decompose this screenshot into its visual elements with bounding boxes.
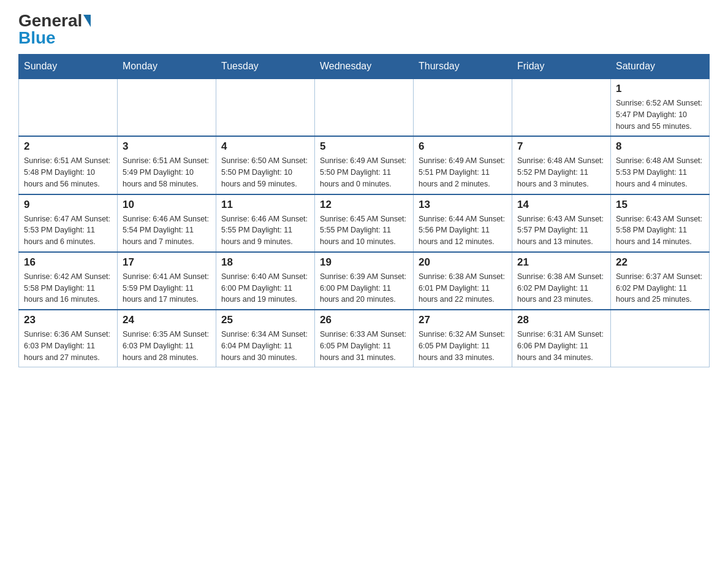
day-of-week-header: Tuesday <box>216 55 315 79</box>
calendar-cell: 12Sunrise: 6:45 AM Sunset: 5:55 PM Dayli… <box>315 194 414 252</box>
logo: General Blue <box>18 12 92 48</box>
calendar-cell: 1Sunrise: 6:52 AM Sunset: 5:47 PM Daylig… <box>611 79 710 136</box>
calendar-header-row: SundayMondayTuesdayWednesdayThursdayFrid… <box>19 55 710 79</box>
day-number: 21 <box>517 256 605 269</box>
calendar-cell: 28Sunrise: 6:31 AM Sunset: 6:06 PM Dayli… <box>512 310 611 367</box>
calendar-cell: 23Sunrise: 6:36 AM Sunset: 6:03 PM Dayli… <box>19 310 118 367</box>
day-info: Sunrise: 6:51 AM Sunset: 5:48 PM Dayligh… <box>24 155 112 190</box>
day-info: Sunrise: 6:48 AM Sunset: 5:53 PM Dayligh… <box>616 155 704 190</box>
day-info: Sunrise: 6:41 AM Sunset: 5:59 PM Dayligh… <box>123 271 211 305</box>
calendar-cell: 10Sunrise: 6:46 AM Sunset: 5:54 PM Dayli… <box>118 194 216 252</box>
day-info: Sunrise: 6:46 AM Sunset: 5:54 PM Dayligh… <box>123 213 211 248</box>
calendar-table: SundayMondayTuesdayWednesdayThursdayFrid… <box>18 54 710 367</box>
calendar-cell: 13Sunrise: 6:44 AM Sunset: 5:56 PM Dayli… <box>414 194 512 252</box>
day-number: 28 <box>517 314 605 326</box>
calendar-cell: 20Sunrise: 6:38 AM Sunset: 6:01 PM Dayli… <box>414 252 512 310</box>
day-number: 8 <box>616 140 704 153</box>
day-info: Sunrise: 6:36 AM Sunset: 6:03 PM Dayligh… <box>24 329 112 363</box>
day-info: Sunrise: 6:46 AM Sunset: 5:55 PM Dayligh… <box>221 213 309 248</box>
day-number: 9 <box>24 199 112 211</box>
day-of-week-header: Thursday <box>414 55 512 79</box>
day-info: Sunrise: 6:49 AM Sunset: 5:51 PM Dayligh… <box>419 155 507 190</box>
day-number: 11 <box>221 199 309 211</box>
day-number: 3 <box>123 140 211 153</box>
calendar-cell: 21Sunrise: 6:38 AM Sunset: 6:02 PM Dayli… <box>512 252 611 310</box>
day-number: 13 <box>419 199 507 211</box>
day-number: 25 <box>221 314 309 326</box>
day-info: Sunrise: 6:32 AM Sunset: 6:05 PM Dayligh… <box>419 329 507 363</box>
day-info: Sunrise: 6:31 AM Sunset: 6:06 PM Dayligh… <box>517 329 605 363</box>
day-info: Sunrise: 6:44 AM Sunset: 5:56 PM Dayligh… <box>419 213 507 248</box>
day-number: 26 <box>320 314 408 326</box>
day-number: 27 <box>419 314 507 326</box>
day-number: 1 <box>616 83 704 95</box>
calendar-cell: 26Sunrise: 6:33 AM Sunset: 6:05 PM Dayli… <box>315 310 414 367</box>
day-number: 22 <box>616 256 704 269</box>
calendar-cell: 11Sunrise: 6:46 AM Sunset: 5:55 PM Dayli… <box>216 194 315 252</box>
day-of-week-header: Wednesday <box>315 55 414 79</box>
day-info: Sunrise: 6:43 AM Sunset: 5:58 PM Dayligh… <box>616 213 704 248</box>
logo-general-text: General <box>18 12 82 29</box>
calendar-week-row: 16Sunrise: 6:42 AM Sunset: 5:58 PM Dayli… <box>19 252 710 310</box>
calendar-cell: 5Sunrise: 6:49 AM Sunset: 5:50 PM Daylig… <box>315 136 414 194</box>
day-info: Sunrise: 6:39 AM Sunset: 6:00 PM Dayligh… <box>320 271 408 305</box>
calendar-cell: 9Sunrise: 6:47 AM Sunset: 5:53 PM Daylig… <box>19 194 118 252</box>
day-info: Sunrise: 6:50 AM Sunset: 5:50 PM Dayligh… <box>221 155 309 190</box>
day-number: 17 <box>123 256 211 269</box>
logo-blue-text: Blue <box>18 28 56 47</box>
calendar-week-row: 9Sunrise: 6:47 AM Sunset: 5:53 PM Daylig… <box>19 194 710 252</box>
day-info: Sunrise: 6:51 AM Sunset: 5:49 PM Dayligh… <box>123 155 211 190</box>
day-number: 12 <box>320 199 408 211</box>
day-info: Sunrise: 6:49 AM Sunset: 5:50 PM Dayligh… <box>320 155 408 190</box>
calendar-cell: 18Sunrise: 6:40 AM Sunset: 6:00 PM Dayli… <box>216 252 315 310</box>
day-info: Sunrise: 6:33 AM Sunset: 6:05 PM Dayligh… <box>320 329 408 363</box>
calendar-cell: 14Sunrise: 6:43 AM Sunset: 5:57 PM Dayli… <box>512 194 611 252</box>
calendar-cell <box>611 310 710 367</box>
calendar-cell: 17Sunrise: 6:41 AM Sunset: 5:59 PM Dayli… <box>118 252 216 310</box>
calendar-cell: 27Sunrise: 6:32 AM Sunset: 6:05 PM Dayli… <box>414 310 512 367</box>
day-info: Sunrise: 6:40 AM Sunset: 6:00 PM Dayligh… <box>221 271 309 305</box>
calendar-cell <box>118 79 216 136</box>
calendar-cell: 7Sunrise: 6:48 AM Sunset: 5:52 PM Daylig… <box>512 136 611 194</box>
calendar-cell <box>414 79 512 136</box>
calendar-week-row: 1Sunrise: 6:52 AM Sunset: 5:47 PM Daylig… <box>19 79 710 136</box>
day-info: Sunrise: 6:47 AM Sunset: 5:53 PM Dayligh… <box>24 213 112 248</box>
calendar-cell: 4Sunrise: 6:50 AM Sunset: 5:50 PM Daylig… <box>216 136 315 194</box>
calendar-cell: 24Sunrise: 6:35 AM Sunset: 6:03 PM Dayli… <box>118 310 216 367</box>
calendar-week-row: 2Sunrise: 6:51 AM Sunset: 5:48 PM Daylig… <box>19 136 710 194</box>
day-number: 16 <box>24 256 112 269</box>
day-info: Sunrise: 6:48 AM Sunset: 5:52 PM Dayligh… <box>517 155 605 190</box>
day-of-week-header: Sunday <box>19 55 118 79</box>
calendar-cell: 3Sunrise: 6:51 AM Sunset: 5:49 PM Daylig… <box>118 136 216 194</box>
calendar-cell: 16Sunrise: 6:42 AM Sunset: 5:58 PM Dayli… <box>19 252 118 310</box>
day-info: Sunrise: 6:52 AM Sunset: 5:47 PM Dayligh… <box>616 98 704 132</box>
day-info: Sunrise: 6:43 AM Sunset: 5:57 PM Dayligh… <box>517 213 605 248</box>
day-number: 18 <box>221 256 309 269</box>
day-number: 2 <box>24 140 112 153</box>
day-of-week-header: Friday <box>512 55 611 79</box>
day-info: Sunrise: 6:35 AM Sunset: 6:03 PM Dayligh… <box>123 329 211 363</box>
calendar-week-row: 23Sunrise: 6:36 AM Sunset: 6:03 PM Dayli… <box>19 310 710 367</box>
day-number: 23 <box>24 314 112 326</box>
day-info: Sunrise: 6:38 AM Sunset: 6:01 PM Dayligh… <box>419 271 507 305</box>
day-number: 15 <box>616 199 704 211</box>
day-number: 20 <box>419 256 507 269</box>
calendar-cell: 19Sunrise: 6:39 AM Sunset: 6:00 PM Dayli… <box>315 252 414 310</box>
calendar-cell: 22Sunrise: 6:37 AM Sunset: 6:02 PM Dayli… <box>611 252 710 310</box>
calendar-cell <box>19 79 118 136</box>
day-number: 5 <box>320 140 408 153</box>
day-info: Sunrise: 6:37 AM Sunset: 6:02 PM Dayligh… <box>616 271 704 305</box>
day-info: Sunrise: 6:38 AM Sunset: 6:02 PM Dayligh… <box>517 271 605 305</box>
day-of-week-header: Saturday <box>611 55 710 79</box>
day-number: 14 <box>517 199 605 211</box>
logo-triangle-icon <box>83 15 91 27</box>
day-of-week-header: Monday <box>118 55 216 79</box>
calendar-cell: 25Sunrise: 6:34 AM Sunset: 6:04 PM Dayli… <box>216 310 315 367</box>
calendar-cell <box>216 79 315 136</box>
page-header: General Blue <box>18 12 710 48</box>
day-info: Sunrise: 6:45 AM Sunset: 5:55 PM Dayligh… <box>320 213 408 248</box>
day-info: Sunrise: 6:34 AM Sunset: 6:04 PM Dayligh… <box>221 329 309 363</box>
calendar-cell <box>315 79 414 136</box>
calendar-cell: 15Sunrise: 6:43 AM Sunset: 5:58 PM Dayli… <box>611 194 710 252</box>
calendar-cell <box>512 79 611 136</box>
